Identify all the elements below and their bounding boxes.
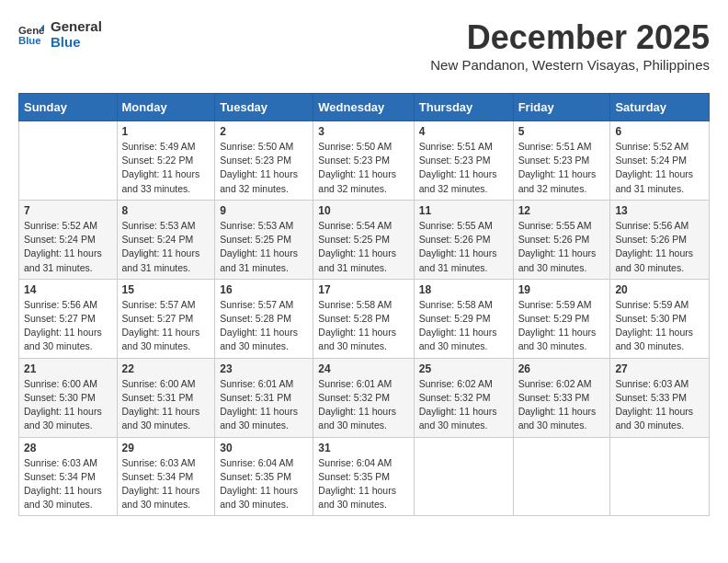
day-number: 31 — [318, 442, 408, 454]
day-cell: 18Sunrise: 5:58 AMSunset: 5:29 PMDayligh… — [414, 279, 513, 358]
day-info: Sunrise: 5:59 AMSunset: 5:29 PMDaylight:… — [518, 298, 606, 354]
day-cell: 23Sunrise: 6:01 AMSunset: 5:31 PMDayligh… — [215, 358, 313, 437]
day-info: Sunrise: 6:03 AMSunset: 5:34 PMDaylight:… — [24, 456, 112, 512]
day-number: 7 — [24, 204, 112, 217]
day-number: 19 — [518, 283, 606, 296]
day-cell: 12Sunrise: 5:55 AMSunset: 5:26 PMDayligh… — [513, 200, 610, 279]
day-number: 17 — [318, 283, 408, 296]
day-number: 15 — [122, 283, 210, 296]
day-cell: 20Sunrise: 5:59 AMSunset: 5:30 PMDayligh… — [610, 279, 710, 358]
day-cell — [414, 437, 513, 516]
calendar-table: SundayMondayTuesdayWednesdayThursdayFrid… — [18, 93, 710, 516]
day-cell — [513, 437, 610, 516]
day-number: 2 — [220, 125, 308, 138]
day-cell: 7Sunrise: 5:52 AMSunset: 5:24 PMDaylight… — [19, 200, 118, 279]
day-cell: 8Sunrise: 5:53 AMSunset: 5:24 PMDaylight… — [117, 200, 215, 279]
day-number: 24 — [318, 362, 408, 375]
day-cell: 21Sunrise: 6:00 AMSunset: 5:30 PMDayligh… — [19, 358, 118, 437]
svg-text:General: General — [18, 25, 44, 36]
month-title: December 2025 — [430, 18, 710, 57]
day-cell: 5Sunrise: 5:51 AMSunset: 5:23 PMDaylight… — [513, 121, 610, 201]
weekday-header-friday: Friday — [513, 94, 610, 121]
location-title: New Pandanon, Western Visayas, Philippin… — [430, 57, 710, 73]
day-info: Sunrise: 6:04 AMSunset: 5:35 PMDaylight:… — [318, 456, 408, 512]
day-cell: 26Sunrise: 6:02 AMSunset: 5:33 PMDayligh… — [513, 358, 610, 437]
day-info: Sunrise: 5:50 AMSunset: 5:23 PMDaylight:… — [220, 140, 308, 196]
day-cell — [19, 121, 118, 201]
day-info: Sunrise: 5:55 AMSunset: 5:26 PMDaylight:… — [419, 219, 508, 275]
day-cell: 6Sunrise: 5:52 AMSunset: 5:24 PMDaylight… — [610, 121, 710, 201]
day-number: 29 — [122, 442, 210, 454]
day-number: 25 — [419, 362, 508, 375]
day-number: 9 — [220, 204, 308, 217]
day-info: Sunrise: 5:58 AMSunset: 5:29 PMDaylight:… — [419, 298, 508, 354]
day-cell — [610, 437, 710, 516]
week-row-2: 7Sunrise: 5:52 AMSunset: 5:24 PMDaylight… — [19, 200, 710, 279]
day-number: 30 — [220, 442, 308, 454]
weekday-header-monday: Monday — [117, 94, 215, 121]
day-cell: 29Sunrise: 6:03 AMSunset: 5:34 PMDayligh… — [117, 437, 215, 516]
day-cell: 10Sunrise: 5:54 AMSunset: 5:25 PMDayligh… — [313, 200, 414, 279]
day-info: Sunrise: 5:55 AMSunset: 5:26 PMDaylight:… — [518, 219, 606, 275]
day-info: Sunrise: 5:52 AMSunset: 5:24 PMDaylight:… — [24, 219, 112, 275]
day-info: Sunrise: 5:58 AMSunset: 5:28 PMDaylight:… — [318, 298, 408, 354]
day-cell: 17Sunrise: 5:58 AMSunset: 5:28 PMDayligh… — [313, 279, 414, 358]
day-cell: 16Sunrise: 5:57 AMSunset: 5:28 PMDayligh… — [215, 279, 313, 358]
day-cell: 30Sunrise: 6:04 AMSunset: 5:35 PMDayligh… — [215, 437, 313, 516]
day-number: 8 — [122, 204, 210, 217]
day-cell: 11Sunrise: 5:55 AMSunset: 5:26 PMDayligh… — [414, 200, 513, 279]
logo-line1: General — [51, 18, 102, 34]
day-cell: 15Sunrise: 5:57 AMSunset: 5:27 PMDayligh… — [117, 279, 215, 358]
day-cell: 13Sunrise: 5:56 AMSunset: 5:26 PMDayligh… — [610, 200, 710, 279]
weekday-header-tuesday: Tuesday — [215, 94, 313, 121]
day-info: Sunrise: 6:04 AMSunset: 5:35 PMDaylight:… — [220, 456, 308, 512]
day-number: 12 — [518, 204, 606, 217]
day-number: 13 — [615, 204, 704, 217]
week-row-3: 14Sunrise: 5:56 AMSunset: 5:27 PMDayligh… — [19, 279, 710, 358]
day-number: 4 — [419, 125, 508, 138]
day-info: Sunrise: 5:59 AMSunset: 5:30 PMDaylight:… — [615, 298, 704, 354]
day-cell: 14Sunrise: 5:56 AMSunset: 5:27 PMDayligh… — [19, 279, 118, 358]
day-info: Sunrise: 5:51 AMSunset: 5:23 PMDaylight:… — [419, 140, 508, 196]
day-cell: 24Sunrise: 6:01 AMSunset: 5:32 PMDayligh… — [313, 358, 414, 437]
day-cell: 25Sunrise: 6:02 AMSunset: 5:32 PMDayligh… — [414, 358, 513, 437]
day-cell: 1Sunrise: 5:49 AMSunset: 5:22 PMDaylight… — [117, 121, 215, 201]
day-info: Sunrise: 6:02 AMSunset: 5:33 PMDaylight:… — [518, 377, 606, 433]
day-number: 1 — [122, 125, 210, 138]
day-info: Sunrise: 5:53 AMSunset: 5:24 PMDaylight:… — [122, 219, 210, 275]
general-blue-icon: General Blue — [18, 21, 44, 47]
day-number: 22 — [122, 362, 210, 375]
day-info: Sunrise: 5:53 AMSunset: 5:25 PMDaylight:… — [220, 219, 308, 275]
day-info: Sunrise: 5:50 AMSunset: 5:23 PMDaylight:… — [318, 140, 408, 196]
day-cell: 28Sunrise: 6:03 AMSunset: 5:34 PMDayligh… — [19, 437, 118, 516]
day-number: 11 — [419, 204, 508, 217]
week-row-4: 21Sunrise: 6:00 AMSunset: 5:30 PMDayligh… — [19, 358, 710, 437]
day-cell: 2Sunrise: 5:50 AMSunset: 5:23 PMDaylight… — [215, 121, 313, 201]
day-info: Sunrise: 6:00 AMSunset: 5:31 PMDaylight:… — [122, 377, 210, 433]
day-number: 5 — [518, 125, 606, 138]
day-number: 20 — [615, 283, 704, 296]
day-info: Sunrise: 6:01 AMSunset: 5:31 PMDaylight:… — [220, 377, 308, 433]
day-info: Sunrise: 5:52 AMSunset: 5:24 PMDaylight:… — [615, 140, 704, 196]
day-cell: 22Sunrise: 6:00 AMSunset: 5:31 PMDayligh… — [117, 358, 215, 437]
weekday-header-thursday: Thursday — [414, 94, 513, 121]
day-info: Sunrise: 5:49 AMSunset: 5:22 PMDaylight:… — [122, 140, 210, 196]
day-info: Sunrise: 5:51 AMSunset: 5:23 PMDaylight:… — [518, 140, 606, 196]
day-cell: 9Sunrise: 5:53 AMSunset: 5:25 PMDaylight… — [215, 200, 313, 279]
day-number: 18 — [419, 283, 508, 296]
day-number: 16 — [220, 283, 308, 296]
day-number: 27 — [615, 362, 704, 375]
logo-line2: Blue — [51, 34, 102, 50]
title-section: December 2025 New Pandanon, Western Visa… — [430, 18, 710, 82]
day-info: Sunrise: 6:01 AMSunset: 5:32 PMDaylight:… — [318, 377, 408, 433]
day-info: Sunrise: 5:56 AMSunset: 5:27 PMDaylight:… — [24, 298, 112, 354]
day-info: Sunrise: 5:57 AMSunset: 5:28 PMDaylight:… — [220, 298, 308, 354]
logo: General Blue General Blue — [18, 18, 102, 51]
weekday-header-saturday: Saturday — [610, 94, 710, 121]
day-number: 3 — [318, 125, 408, 138]
day-info: Sunrise: 6:02 AMSunset: 5:32 PMDaylight:… — [419, 377, 508, 433]
day-cell: 31Sunrise: 6:04 AMSunset: 5:35 PMDayligh… — [313, 437, 414, 516]
week-row-1: 1Sunrise: 5:49 AMSunset: 5:22 PMDaylight… — [19, 121, 710, 201]
weekday-header-sunday: Sunday — [19, 94, 118, 121]
day-number: 6 — [615, 125, 704, 138]
